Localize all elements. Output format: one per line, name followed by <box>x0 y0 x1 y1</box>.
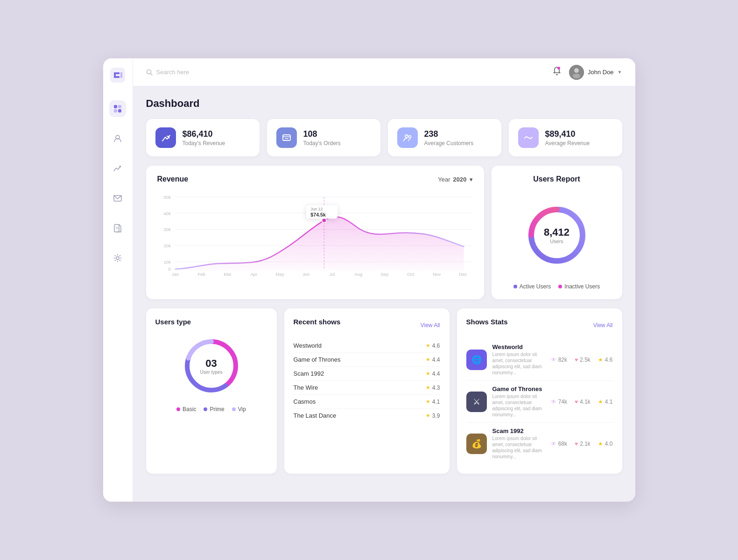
user-dropdown-icon: ▼ <box>618 70 622 75</box>
svg-point-15 <box>574 68 579 73</box>
shows-stats-view-all[interactable]: View All <box>593 322 613 329</box>
star-icon: ★ <box>426 385 430 391</box>
recent-show-item: The Wire ★ 4.3 <box>294 381 440 395</box>
svg-rect-7 <box>114 224 119 232</box>
svg-point-10 <box>116 257 119 259</box>
metric-views: 👁 74k <box>551 399 567 405</box>
show-rating: ★ 3.9 <box>426 413 440 419</box>
show-rating: ★ 4.4 <box>426 357 440 363</box>
show-info: Scam 1992 Lorem ipsum dolor sit amet, co… <box>492 427 545 460</box>
svg-point-34 <box>322 218 326 223</box>
eye-icon: 👁 <box>551 357 556 363</box>
show-metrics: 👁 74k ♥ 4.1k ★ 4.1 <box>551 399 613 405</box>
stat-text-orders: 108 Today's Orders <box>303 129 341 147</box>
stat-text-avg-revenue: $89,410 Average Revenue <box>545 129 590 147</box>
stat-icon-revenue <box>155 127 176 148</box>
stat-label-orders: Today's Orders <box>303 140 341 147</box>
stat-card-orders: 108 Today's Orders <box>267 119 380 156</box>
shows-stats-title: Shows Stats <box>466 318 508 326</box>
show-info: Westworld Lorem ipsum dolor sit amet, co… <box>492 343 545 376</box>
svg-text:Apr: Apr <box>250 272 258 277</box>
star-icon: ★ <box>426 371 430 377</box>
metric-rating: ★ 4.1 <box>598 399 613 405</box>
svg-point-20 <box>405 135 408 138</box>
users-report-title: Users Report <box>533 175 580 183</box>
sidebar-item-analytics[interactable] <box>109 160 126 177</box>
rating-value: 4.1 <box>432 399 440 405</box>
logo[interactable] <box>110 68 125 83</box>
search-box[interactable]: Search here <box>146 69 545 76</box>
revenue-chart-card: Revenue Year 2020 ▾ <box>146 166 484 299</box>
sidebar-item-files[interactable] <box>109 220 126 237</box>
users-type-card: Users type 03 Use <box>146 308 277 474</box>
legend-vip: Vip <box>232 406 246 413</box>
legend-dot-inactive <box>558 285 562 288</box>
svg-text:40k: 40k <box>163 211 171 216</box>
svg-rect-2 <box>118 105 121 108</box>
donut-sublabel: Users <box>544 238 569 244</box>
show-emoji: 💰 <box>471 439 482 449</box>
recent-shows-list: Westworld ★ 4.6 Game of Thrones ★ 4.4 Sc… <box>294 339 440 422</box>
stat-rating-value: 4.0 <box>605 441 613 447</box>
stat-label-customers: Average Customers <box>424 140 474 147</box>
metric-rating: ★ 4.6 <box>598 357 613 363</box>
user-name: John Doe <box>588 69 614 76</box>
notification-bell[interactable] <box>552 66 562 78</box>
legend-prime: Prime <box>204 406 224 413</box>
svg-text:Nov: Nov <box>433 272 441 277</box>
year-value: 2020 <box>453 176 467 183</box>
search-icon <box>146 69 153 76</box>
stat-value-customers: 238 <box>424 129 474 139</box>
header: Search here <box>133 58 635 86</box>
shows-stats-header: Shows Stats View All <box>466 318 613 332</box>
stat-value-avg-revenue: $89,410 <box>545 129 590 139</box>
show-stat-name: Westworld <box>492 343 545 350</box>
sidebar-item-users[interactable] <box>109 130 126 147</box>
eye-icon: 👁 <box>551 441 556 447</box>
legend-dot-vip <box>232 407 236 411</box>
rating-star-icon: ★ <box>598 441 603 447</box>
legend-label-prime: Prime <box>210 406 224 413</box>
legend-dot-prime <box>204 407 207 411</box>
rating-value: 3.9 <box>432 413 440 419</box>
likes-value: 4.1k <box>580 399 590 405</box>
svg-rect-17 <box>283 135 290 140</box>
svg-text:$74.5k: $74.5k <box>310 212 326 217</box>
recent-shows-view-all[interactable]: View All <box>421 322 440 329</box>
show-name: The Wire <box>294 384 318 391</box>
show-stat-item: 💰 Scam 1992 Lorem ipsum dolor sit amet, … <box>466 423 613 464</box>
show-stat-item: 🌐 Westworld Lorem ipsum dolor sit amet, … <box>466 339 613 381</box>
recent-shows-card: Recent shows View All Westworld ★ 4.6 Ga… <box>284 308 450 474</box>
views-value: 74k <box>558 399 567 405</box>
svg-point-13 <box>557 67 560 70</box>
heart-icon: ♥ <box>575 441 578 447</box>
legend-basic: Basic <box>176 406 196 413</box>
svg-text:Jun: Jun <box>302 272 309 277</box>
recent-shows-title: Recent shows <box>294 318 341 326</box>
user-menu[interactable]: John Doe ▼ <box>569 65 622 80</box>
page-title: Dashboard <box>146 98 622 110</box>
sidebar-item-messages[interactable] <box>109 190 126 207</box>
sidebar-item-dashboard[interactable] <box>109 100 126 117</box>
sidebar-item-settings[interactable] <box>109 250 126 266</box>
show-rating: ★ 4.6 <box>426 343 440 349</box>
dashboard: Dashboard $86,410 Today's Revenue <box>133 86 635 502</box>
users-type-donut: 03 User types <box>179 333 244 399</box>
users-report-donut: 8,412 Users <box>522 200 592 270</box>
revenue-chart-title: Revenue <box>157 175 189 183</box>
show-rating: ★ 4.3 <box>426 385 440 391</box>
rating-value: 4.4 <box>432 357 440 363</box>
rating-value: 4.6 <box>432 343 440 349</box>
year-selector[interactable]: Year 2020 ▾ <box>438 176 472 183</box>
recent-show-item: Game of Thrones ★ 4.4 <box>294 353 440 367</box>
show-stat-desc: Lorem ipsum dolor sit amet, consectetuar… <box>492 435 545 460</box>
svg-text:Feb: Feb <box>197 272 205 277</box>
users-type-center: 03 User types <box>200 357 223 375</box>
stat-value-revenue: $86,410 <box>183 129 225 139</box>
sidebar <box>103 58 133 502</box>
header-right: John Doe ▼ <box>552 65 622 80</box>
svg-text:30k: 30k <box>163 227 171 232</box>
stat-card-revenue: $86,410 Today's Revenue <box>146 119 260 156</box>
heart-icon: ♥ <box>575 357 578 363</box>
svg-text:Jan: Jan <box>171 272 179 277</box>
